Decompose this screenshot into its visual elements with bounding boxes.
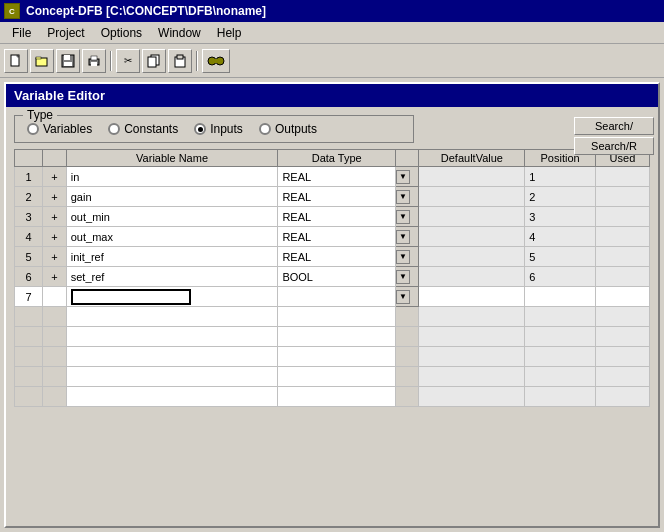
- svg-rect-3: [36, 57, 41, 59]
- cell-dropdown-arrow[interactable]: ▼: [395, 187, 419, 207]
- radio-constants[interactable]: Constants: [108, 122, 178, 136]
- toolbar-new-btn[interactable]: [4, 49, 28, 73]
- row-expand: [43, 287, 67, 307]
- empty-cell: [15, 307, 43, 327]
- empty-cell: [66, 387, 278, 407]
- row-expand[interactable]: +: [43, 247, 67, 267]
- row-expand[interactable]: +: [43, 267, 67, 287]
- empty-cell: [15, 367, 43, 387]
- dropdown-arrow-icon[interactable]: ▼: [396, 170, 410, 184]
- svg-rect-9: [91, 62, 97, 66]
- dropdown-arrow-icon[interactable]: ▼: [396, 190, 410, 204]
- cell-position: 2: [525, 187, 596, 207]
- table-container: Variable Name Data Type DefaultValue Pos…: [14, 149, 650, 513]
- empty-cell: [66, 367, 278, 387]
- variable-table: Variable Name Data Type DefaultValue Pos…: [14, 149, 650, 407]
- radio-constants-circle[interactable]: [108, 123, 120, 135]
- menu-file[interactable]: File: [4, 24, 39, 42]
- radio-variables[interactable]: Variables: [27, 122, 92, 136]
- empty-cell: [15, 347, 43, 367]
- empty-cell: [66, 347, 278, 367]
- empty-cell: [525, 307, 596, 327]
- cell-varname[interactable]: in: [66, 167, 278, 187]
- svg-rect-16: [211, 59, 221, 63]
- toolbar-save-btn[interactable]: [56, 49, 80, 73]
- search-button-1[interactable]: Search/: [574, 117, 654, 135]
- dropdown-arrow-icon[interactable]: ▼: [396, 270, 410, 284]
- col-header-datatype: Data Type: [278, 150, 396, 167]
- radio-outputs[interactable]: Outputs: [259, 122, 317, 136]
- cell-dropdown-arrow[interactable]: ▼: [395, 267, 419, 287]
- toolbar-build-btn[interactable]: [202, 49, 230, 73]
- cell-varname[interactable]: [66, 287, 278, 307]
- menu-options[interactable]: Options: [93, 24, 150, 42]
- col-header-varname: Variable Name: [66, 150, 278, 167]
- menu-help[interactable]: Help: [209, 24, 250, 42]
- table-row: 6+set_refBOOL▼6: [15, 267, 650, 287]
- cell-dropdown-arrow[interactable]: ▼: [395, 207, 419, 227]
- varname-input[interactable]: [71, 289, 191, 305]
- cell-position: [525, 287, 596, 307]
- empty-cell: [43, 367, 67, 387]
- dropdown-arrow-icon[interactable]: ▼: [396, 290, 410, 304]
- toolbar-paste-btn[interactable]: [168, 49, 192, 73]
- row-expand[interactable]: +: [43, 227, 67, 247]
- empty-cell: [595, 327, 649, 347]
- type-group: Type Variables Constants Inputs: [14, 115, 414, 143]
- cell-dropdown-arrow[interactable]: ▼: [395, 167, 419, 187]
- radio-inputs[interactable]: Inputs: [194, 122, 243, 136]
- row-expand[interactable]: +: [43, 207, 67, 227]
- menu-project[interactable]: Project: [39, 24, 92, 42]
- cell-dropdown-arrow[interactable]: ▼: [395, 287, 419, 307]
- radio-variables-circle[interactable]: [27, 123, 39, 135]
- cell-varname[interactable]: set_ref: [66, 267, 278, 287]
- empty-cell: [395, 387, 419, 407]
- menu-bar: File Project Options Window Help: [0, 22, 664, 44]
- col-header-num: [15, 150, 43, 167]
- cell-dropdown-arrow[interactable]: ▼: [395, 247, 419, 267]
- empty-cell: [395, 327, 419, 347]
- row-number: 3: [15, 207, 43, 227]
- variable-editor: Variable Editor Type Variables Constants: [4, 82, 660, 528]
- row-number: 6: [15, 267, 43, 287]
- table-empty-row: [15, 367, 650, 387]
- radio-outputs-circle[interactable]: [259, 123, 271, 135]
- variable-editor-title: Variable Editor: [14, 88, 105, 103]
- empty-cell: [419, 307, 525, 327]
- toolbar-copy-btn[interactable]: [142, 49, 166, 73]
- radio-inputs-circle[interactable]: [194, 123, 206, 135]
- empty-cell: [278, 307, 396, 327]
- cell-datatype: [278, 287, 396, 307]
- search-button-2[interactable]: Search/R: [574, 137, 654, 155]
- cell-used: [595, 187, 649, 207]
- dropdown-arrow-icon[interactable]: ▼: [396, 210, 410, 224]
- dropdown-arrow-icon[interactable]: ▼: [396, 230, 410, 244]
- table-row: 3+out_minREAL▼3: [15, 207, 650, 227]
- empty-cell: [278, 327, 396, 347]
- empty-cell: [66, 327, 278, 347]
- cell-varname[interactable]: init_ref: [66, 247, 278, 267]
- table-empty-row: [15, 327, 650, 347]
- cell-varname[interactable]: out_max: [66, 227, 278, 247]
- cell-used: [595, 167, 649, 187]
- svg-rect-5: [64, 55, 70, 60]
- toolbar-separator-1: [110, 51, 112, 71]
- cell-default: [419, 227, 525, 247]
- toolbar-open-btn[interactable]: [30, 49, 54, 73]
- dropdown-arrow-icon[interactable]: ▼: [396, 250, 410, 264]
- empty-cell: [395, 367, 419, 387]
- empty-cell: [43, 347, 67, 367]
- row-expand[interactable]: +: [43, 167, 67, 187]
- window-title: Concept-DFB [C:\CONCEPT\DFB\noname]: [26, 4, 266, 18]
- radio-outputs-label: Outputs: [275, 122, 317, 136]
- menu-window[interactable]: Window: [150, 24, 209, 42]
- toolbar-print-btn[interactable]: [82, 49, 106, 73]
- cell-dropdown-arrow[interactable]: ▼: [395, 227, 419, 247]
- cell-varname[interactable]: out_min: [66, 207, 278, 227]
- cell-datatype: REAL: [278, 167, 396, 187]
- table-empty-row: [15, 347, 650, 367]
- cell-varname[interactable]: gain: [66, 187, 278, 207]
- cell-datatype: REAL: [278, 187, 396, 207]
- row-expand[interactable]: +: [43, 187, 67, 207]
- toolbar-cut-btn[interactable]: ✂: [116, 49, 140, 73]
